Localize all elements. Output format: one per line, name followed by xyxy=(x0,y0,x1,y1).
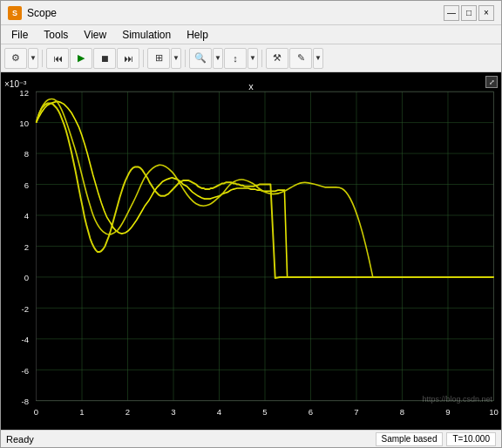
toolbar-sep-4 xyxy=(261,50,262,67)
maximize-button[interactable]: □ xyxy=(461,5,477,21)
watermark: https://blog.csdn.net xyxy=(422,395,492,404)
toolbar-sep-2 xyxy=(143,50,144,67)
menu-bar: File Tools View Simulation Help xyxy=(1,25,501,44)
time-badge: T=10.000 xyxy=(446,432,496,446)
status-right: Sample based T=10.000 xyxy=(376,432,496,446)
dropdown-arrow-4[interactable]: ▼ xyxy=(248,48,258,69)
sample-based-badge: Sample based xyxy=(376,432,444,446)
title-bar: S Scope — □ × xyxy=(1,1,501,25)
stop-button[interactable]: ⏹ xyxy=(93,48,116,69)
play-button[interactable]: ▶ xyxy=(70,48,92,69)
zoom-button[interactable]: 🔍 xyxy=(189,48,212,69)
toolbar: ⚙ ▼ ⏮ ▶ ⏹ ⏭ ⊞ ▼ 🔍 ▼ ↕ ▼ ⚒ ✎ ▼ xyxy=(1,44,501,72)
close-button[interactable]: × xyxy=(478,5,494,21)
title-bar-left: S Scope xyxy=(8,6,57,20)
toolbar-sep-1 xyxy=(42,50,43,67)
dropdown-arrow-3[interactable]: ▼ xyxy=(213,48,223,69)
accurate-chart xyxy=(1,72,501,430)
toolbar-sep-3 xyxy=(185,50,186,67)
dropdown-arrow[interactable]: ▼ xyxy=(28,48,38,69)
rewind-button[interactable]: ⏮ xyxy=(46,48,69,69)
toolbar-group-3: ⊞ ▼ xyxy=(147,48,181,69)
dropdown-arrow-5[interactable]: ▼ xyxy=(313,48,323,69)
damped-oscillation-curve xyxy=(37,103,494,278)
layout-button[interactable]: ⊞ xyxy=(147,48,170,69)
menu-help[interactable]: Help xyxy=(180,27,215,43)
toolbar-group-4: 🔍 ▼ ↕ ▼ xyxy=(189,48,258,69)
menu-file[interactable]: File xyxy=(4,27,35,43)
autoscale-button[interactable]: ↕ xyxy=(224,48,247,69)
settings-button[interactable]: ⚙ xyxy=(4,48,27,69)
menu-view[interactable]: View xyxy=(77,27,113,43)
app-icon: S xyxy=(8,6,22,20)
dropdown-arrow-2[interactable]: ▼ xyxy=(171,48,181,69)
toolbar-group-5: ⚒ ✎ ▼ xyxy=(266,48,323,69)
minimize-button[interactable]: — xyxy=(444,5,459,21)
chart-container: x ×10⁻³ ⤢ xyxy=(1,72,501,430)
toolbar-group-1: ⚙ ▼ xyxy=(4,48,38,69)
menu-simulation[interactable]: Simulation xyxy=(115,27,178,43)
tools-button[interactable]: ⚒ xyxy=(266,48,288,69)
title-controls: — □ × xyxy=(444,5,494,21)
main-window: S Scope — □ × File Tools View Simulation… xyxy=(0,0,502,448)
app-icon-text: S xyxy=(12,9,17,17)
status-bar: Ready Sample based T=10.000 xyxy=(1,430,501,447)
edit-button[interactable]: ✎ xyxy=(289,48,312,69)
window-title: Scope xyxy=(27,7,57,19)
step-button[interactable]: ⏭ xyxy=(117,48,139,69)
toolbar-group-2: ⏮ ▶ ⏹ ⏭ xyxy=(46,48,139,69)
ready-status: Ready xyxy=(6,434,34,445)
menu-tools[interactable]: Tools xyxy=(37,27,75,43)
